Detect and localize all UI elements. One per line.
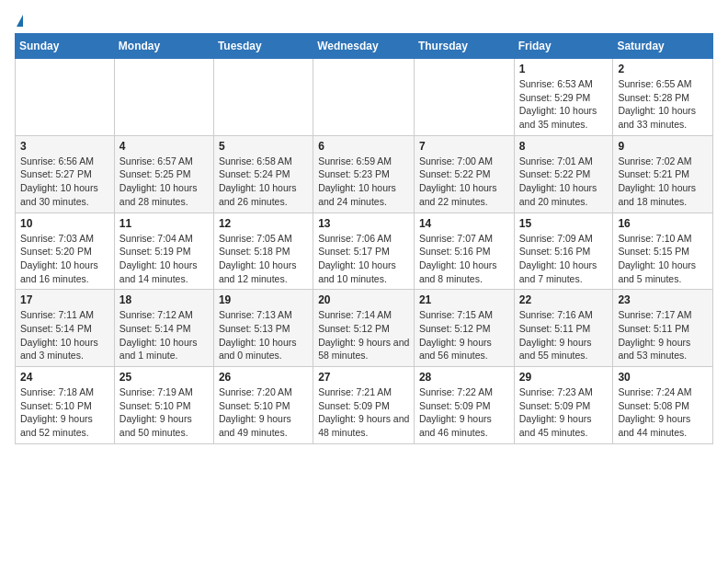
weekday-header-thursday: Thursday xyxy=(414,34,514,59)
calendar-cell xyxy=(213,59,313,136)
calendar-cell: 18Sunrise: 7:12 AM Sunset: 5:14 PM Dayli… xyxy=(114,290,213,367)
calendar-cell: 25Sunrise: 7:19 AM Sunset: 5:10 PM Dayli… xyxy=(114,367,213,444)
calendar-cell: 1Sunrise: 6:53 AM Sunset: 5:29 PM Daylig… xyxy=(514,59,613,136)
calendar-table: SundayMondayTuesdayWednesdayThursdayFrid… xyxy=(15,33,713,444)
calendar-cell: 7Sunrise: 7:00 AM Sunset: 5:22 PM Daylig… xyxy=(414,135,514,213)
day-info: Sunrise: 7:03 AM Sunset: 5:20 PM Dayligh… xyxy=(20,232,110,286)
day-number: 22 xyxy=(519,293,609,306)
calendar-cell: 28Sunrise: 7:22 AM Sunset: 5:09 PM Dayli… xyxy=(414,367,514,444)
calendar-cell: 26Sunrise: 7:20 AM Sunset: 5:10 PM Dayli… xyxy=(213,367,313,444)
calendar-cell: 30Sunrise: 7:24 AM Sunset: 5:08 PM Dayli… xyxy=(613,367,713,444)
day-number: 21 xyxy=(419,293,510,306)
calendar-cell: 17Sunrise: 7:11 AM Sunset: 5:14 PM Dayli… xyxy=(16,290,115,367)
logo-triangle-icon xyxy=(17,15,23,27)
day-info: Sunrise: 7:11 AM Sunset: 5:14 PM Dayligh… xyxy=(20,308,110,362)
calendar-week-row: 3Sunrise: 6:56 AM Sunset: 5:27 PM Daylig… xyxy=(16,135,713,213)
day-number: 9 xyxy=(618,140,709,153)
day-number: 1 xyxy=(519,63,609,75)
day-number: 27 xyxy=(318,371,410,384)
calendar-cell: 23Sunrise: 7:17 AM Sunset: 5:11 PM Dayli… xyxy=(613,290,713,367)
day-number: 4 xyxy=(119,140,210,153)
day-number: 5 xyxy=(219,140,309,153)
day-number: 18 xyxy=(119,293,210,306)
day-number: 10 xyxy=(20,217,110,230)
calendar-cell: 22Sunrise: 7:16 AM Sunset: 5:11 PM Dayli… xyxy=(514,290,613,367)
day-info: Sunrise: 7:23 AM Sunset: 5:09 PM Dayligh… xyxy=(519,385,609,440)
day-info: Sunrise: 7:16 AM Sunset: 5:11 PM Dayligh… xyxy=(519,308,609,362)
calendar-cell xyxy=(414,59,514,136)
calendar-cell: 8Sunrise: 7:01 AM Sunset: 5:22 PM Daylig… xyxy=(514,135,613,213)
calendar-cell: 27Sunrise: 7:21 AM Sunset: 5:09 PM Dayli… xyxy=(313,367,415,444)
weekday-header-wednesday: Wednesday xyxy=(313,34,415,59)
calendar-cell: 15Sunrise: 7:09 AM Sunset: 5:16 PM Dayli… xyxy=(514,213,613,290)
day-info: Sunrise: 7:17 AM Sunset: 5:11 PM Dayligh… xyxy=(618,308,709,362)
day-info: Sunrise: 7:15 AM Sunset: 5:12 PM Dayligh… xyxy=(419,308,510,362)
day-number: 26 xyxy=(219,371,309,384)
day-info: Sunrise: 7:01 AM Sunset: 5:22 PM Dayligh… xyxy=(519,155,609,209)
logo xyxy=(15,15,23,26)
day-info: Sunrise: 7:14 AM Sunset: 5:12 PM Dayligh… xyxy=(318,308,410,362)
calendar-cell: 5Sunrise: 6:58 AM Sunset: 5:24 PM Daylig… xyxy=(213,135,313,213)
day-info: Sunrise: 7:07 AM Sunset: 5:16 PM Dayligh… xyxy=(419,232,510,286)
day-info: Sunrise: 7:04 AM Sunset: 5:19 PM Dayligh… xyxy=(119,232,210,286)
day-info: Sunrise: 7:24 AM Sunset: 5:08 PM Dayligh… xyxy=(618,385,709,440)
calendar-cell: 6Sunrise: 6:59 AM Sunset: 5:23 PM Daylig… xyxy=(313,135,415,213)
day-info: Sunrise: 6:55 AM Sunset: 5:28 PM Dayligh… xyxy=(618,77,709,132)
day-number: 12 xyxy=(219,217,309,230)
day-info: Sunrise: 6:57 AM Sunset: 5:25 PM Dayligh… xyxy=(119,155,210,209)
day-info: Sunrise: 6:58 AM Sunset: 5:24 PM Dayligh… xyxy=(219,155,309,209)
day-number: 2 xyxy=(618,63,709,75)
day-number: 8 xyxy=(519,140,609,153)
day-number: 30 xyxy=(618,371,709,384)
calendar-cell: 24Sunrise: 7:18 AM Sunset: 5:10 PM Dayli… xyxy=(16,367,115,444)
calendar-cell: 11Sunrise: 7:04 AM Sunset: 5:19 PM Dayli… xyxy=(114,213,213,290)
day-info: Sunrise: 7:05 AM Sunset: 5:18 PM Dayligh… xyxy=(219,232,309,286)
day-info: Sunrise: 7:12 AM Sunset: 5:14 PM Dayligh… xyxy=(119,308,210,362)
weekday-header-tuesday: Tuesday xyxy=(213,34,313,59)
calendar-cell: 16Sunrise: 7:10 AM Sunset: 5:15 PM Dayli… xyxy=(613,213,713,290)
day-info: Sunrise: 7:10 AM Sunset: 5:15 PM Dayligh… xyxy=(618,232,709,286)
calendar-cell: 9Sunrise: 7:02 AM Sunset: 5:21 PM Daylig… xyxy=(613,135,713,213)
day-number: 24 xyxy=(20,371,110,384)
calendar-week-row: 10Sunrise: 7:03 AM Sunset: 5:20 PM Dayli… xyxy=(16,213,713,290)
calendar-cell: 21Sunrise: 7:15 AM Sunset: 5:12 PM Dayli… xyxy=(414,290,514,367)
day-number: 29 xyxy=(519,371,609,384)
day-number: 3 xyxy=(20,140,110,153)
calendar-week-row: 1Sunrise: 6:53 AM Sunset: 5:29 PM Daylig… xyxy=(16,59,713,136)
day-info: Sunrise: 6:53 AM Sunset: 5:29 PM Dayligh… xyxy=(519,77,609,132)
day-info: Sunrise: 7:13 AM Sunset: 5:13 PM Dayligh… xyxy=(219,308,309,362)
day-number: 14 xyxy=(419,217,510,230)
calendar-cell: 29Sunrise: 7:23 AM Sunset: 5:09 PM Dayli… xyxy=(514,367,613,444)
calendar-cell: 20Sunrise: 7:14 AM Sunset: 5:12 PM Dayli… xyxy=(313,290,415,367)
day-number: 7 xyxy=(419,140,510,153)
day-info: Sunrise: 7:22 AM Sunset: 5:09 PM Dayligh… xyxy=(419,385,510,440)
day-number: 19 xyxy=(219,293,309,306)
weekday-header-saturday: Saturday xyxy=(613,34,713,59)
day-info: Sunrise: 7:19 AM Sunset: 5:10 PM Dayligh… xyxy=(119,385,210,440)
calendar-body: 1Sunrise: 6:53 AM Sunset: 5:29 PM Daylig… xyxy=(16,59,713,444)
day-number: 28 xyxy=(419,371,510,384)
calendar-cell xyxy=(114,59,213,136)
day-info: Sunrise: 7:20 AM Sunset: 5:10 PM Dayligh… xyxy=(219,385,309,440)
day-number: 11 xyxy=(119,217,210,230)
calendar-cell xyxy=(313,59,415,136)
day-info: Sunrise: 7:18 AM Sunset: 5:10 PM Dayligh… xyxy=(20,385,110,440)
day-info: Sunrise: 7:00 AM Sunset: 5:22 PM Dayligh… xyxy=(419,155,510,209)
calendar-week-row: 17Sunrise: 7:11 AM Sunset: 5:14 PM Dayli… xyxy=(16,290,713,367)
day-number: 17 xyxy=(20,293,110,306)
logo-general xyxy=(15,15,23,28)
day-number: 13 xyxy=(318,217,410,230)
calendar-cell: 3Sunrise: 6:56 AM Sunset: 5:27 PM Daylig… xyxy=(16,135,115,213)
header xyxy=(15,15,713,26)
day-info: Sunrise: 6:59 AM Sunset: 5:23 PM Dayligh… xyxy=(318,155,410,209)
calendar-week-row: 24Sunrise: 7:18 AM Sunset: 5:10 PM Dayli… xyxy=(16,367,713,444)
day-info: Sunrise: 6:56 AM Sunset: 5:27 PM Dayligh… xyxy=(20,155,110,209)
calendar-header: SundayMondayTuesdayWednesdayThursdayFrid… xyxy=(16,34,713,59)
weekday-header-monday: Monday xyxy=(114,34,213,59)
weekday-header-friday: Friday xyxy=(514,34,613,59)
day-number: 20 xyxy=(318,293,410,306)
day-number: 16 xyxy=(618,217,709,230)
day-number: 23 xyxy=(618,293,709,306)
calendar-cell: 14Sunrise: 7:07 AM Sunset: 5:16 PM Dayli… xyxy=(414,213,514,290)
day-info: Sunrise: 7:09 AM Sunset: 5:16 PM Dayligh… xyxy=(519,232,609,286)
